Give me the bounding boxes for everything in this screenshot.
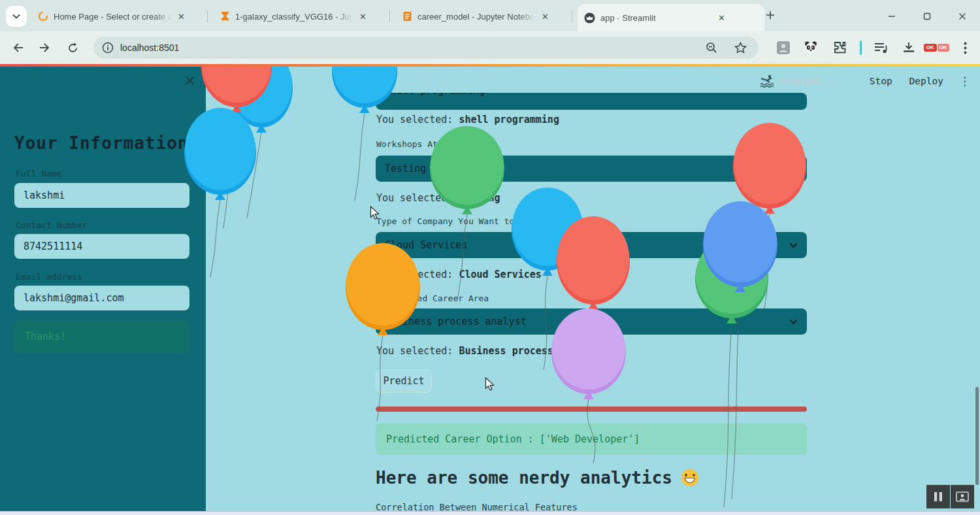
full-name-label: Full Name (16, 169, 61, 178)
selected-skill-text: You selected:shell programming (376, 114, 559, 125)
email-label: Email address (16, 272, 82, 282)
streamlit-app: RUNNING... Stop Deploy ⋮ Your Informatio… (0, 64, 980, 515)
forward-button[interactable] (35, 39, 54, 57)
contact-number-label: Contact Number (16, 220, 88, 230)
skills-selectbox[interactable]: shell programming (376, 93, 807, 110)
tab-streamlit-app[interactable]: app · Streamlit ✕ (578, 4, 764, 31)
extension-badge-2: OK (938, 44, 949, 52)
browser-toolbar: localhost:8501 OK OK (0, 31, 980, 64)
zoom-icon[interactable] (706, 42, 717, 54)
minimize-button[interactable] (885, 9, 899, 24)
reload-button[interactable] (63, 39, 82, 57)
chevron-down-icon (789, 319, 798, 325)
new-tab-button[interactable] (763, 8, 777, 22)
window-bottom-edge (0, 511, 980, 515)
selected-career-text: You selected:Business process analyst (376, 345, 600, 357)
tab-career-notebook[interactable]: career_model - Jupyter Notebo ✕ (396, 5, 580, 27)
chevron-down-icon (789, 166, 798, 172)
workshops-selectbox[interactable]: Testing (376, 156, 807, 182)
tab-close-icon[interactable]: ✕ (178, 12, 185, 22)
extension-badge: OK (924, 44, 937, 52)
url-text[interactable]: localhost:8501 (120, 42, 706, 53)
pause-button[interactable] (926, 485, 950, 508)
tab-title: Home Page - Select or create a (54, 12, 171, 22)
tab-galaxy-notebook[interactable]: 1-galaxy_classify_VGG16 - Jupy ✕ (214, 5, 398, 27)
main-content: shell programming You selected:shell pro… (376, 64, 807, 515)
running-man-icon (759, 75, 775, 88)
prediction-success-box: Predicted Career Option : ['Web Develope… (376, 424, 807, 455)
browser-window: Home Page - Select or create a ✕ 1-galax… (0, 0, 980, 515)
media-controls-icon[interactable] (873, 39, 890, 56)
app-header: RUNNING... Stop Deploy ⋮ (759, 71, 971, 91)
tab-strip: Home Page - Select or create a ✕ 1-galax… (0, 0, 980, 31)
selected-company-text: You selected:Cloud Services (376, 269, 542, 280)
analytics-heading: Here are some nerdy analytics (376, 468, 698, 488)
sidebar: Your Information Full Name lakshmi Conta… (0, 67, 206, 515)
tab-title: 1-galaxy_classify_VGG16 - Jupy (235, 12, 353, 22)
workshops-label: Workshops Attended (376, 139, 468, 149)
sidebar-close-icon[interactable] (185, 76, 195, 86)
streamlit-favicon (584, 12, 595, 24)
chevron-down-icon (12, 14, 20, 19)
spinner-icon (38, 11, 48, 22)
deploy-button[interactable]: Deploy (909, 76, 943, 86)
app-menu-icon[interactable]: ⋮ (959, 75, 971, 88)
progress-bar (376, 407, 807, 412)
download-icon[interactable] (900, 39, 917, 56)
contact-number-input[interactable]: 8742511114 (14, 234, 189, 259)
company-type-label: Type of Company You Want to Settle In? (376, 216, 570, 226)
company-type-selectbox[interactable]: Cloud Services (376, 232, 807, 258)
picture-in-picture-button[interactable] (951, 485, 974, 508)
tab-close-icon[interactable]: ✕ (718, 13, 725, 23)
panda-extension-icon[interactable] (802, 39, 819, 56)
extensions-puzzle-icon[interactable] (831, 39, 848, 56)
profile-extension-icon[interactable] (775, 39, 792, 56)
tab-search-button[interactable] (6, 6, 27, 27)
close-button[interactable] (955, 9, 970, 24)
running-status: RUNNING... (779, 76, 839, 86)
email-input[interactable]: lakshmi@gmail.com (14, 286, 189, 310)
site-info-icon[interactable] (102, 42, 114, 54)
thanks-message: Thanks! (14, 320, 189, 353)
badge-extension-icon[interactable]: OK OK (928, 39, 945, 56)
full-name-input[interactable]: lakshmi (14, 183, 189, 208)
tab-close-icon[interactable]: ✕ (542, 12, 549, 22)
tab-home-page[interactable]: Home Page - Select or create a ✕ (31, 5, 216, 27)
stop-button[interactable]: Stop (870, 76, 892, 86)
career-area-label: Interested Career Area (376, 293, 489, 303)
chevron-down-icon (789, 242, 798, 248)
notebook-icon (402, 11, 412, 22)
back-button[interactable] (9, 39, 27, 57)
grin-emoji (681, 469, 698, 486)
career-area-selectbox[interactable]: Business process analyst (376, 308, 807, 335)
scrollbar-thumb[interactable] (975, 387, 979, 485)
tab-close-icon[interactable]: ✕ (359, 12, 367, 22)
tab-title: app · Streamlit (600, 13, 711, 23)
predict-button[interactable]: Predict (376, 369, 432, 393)
bookmark-star-icon[interactable] (734, 42, 747, 54)
hourglass-icon (220, 11, 230, 22)
divider (860, 41, 862, 55)
sidebar-title: Your Information (14, 133, 188, 153)
browser-menu-icon[interactable] (956, 39, 973, 56)
media-overlay (926, 485, 974, 508)
tab-title: career_model - Jupyter Notebo (417, 12, 535, 22)
maximize-button[interactable] (920, 9, 934, 24)
selected-workshop-text: You selected:Testing (376, 192, 500, 204)
address-bar[interactable]: localhost:8501 (93, 37, 759, 59)
